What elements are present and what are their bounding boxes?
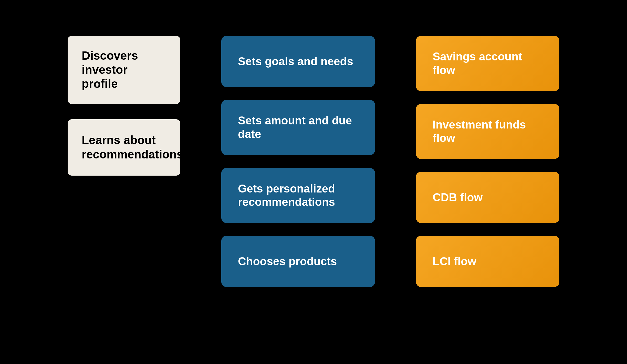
chooses-products-label: Chooses products bbox=[238, 255, 337, 268]
investment-funds-flow-card: Investment funds flow bbox=[416, 104, 559, 159]
left-column: Discovers investor profile Learns about … bbox=[68, 20, 180, 176]
lci-flow-label: LCI flow bbox=[433, 255, 476, 268]
savings-account-flow-card: Savings account flow bbox=[416, 36, 559, 91]
gets-recommendations-card: Gets personalized recommendations bbox=[221, 168, 375, 223]
cdb-flow-card: CDB flow bbox=[416, 172, 559, 223]
diagram-container: Discovers investor profile Learns about … bbox=[0, 0, 627, 364]
chooses-products-card: Chooses products bbox=[221, 236, 375, 287]
middle-column: Sets goals and needs Sets amount and due… bbox=[221, 20, 375, 287]
lci-flow-card: LCI flow bbox=[416, 236, 559, 287]
sets-goals-label: Sets goals and needs bbox=[238, 55, 353, 68]
discovers-investor-profile-label: Discovers investor profile bbox=[82, 49, 166, 91]
cdb-flow-label: CDB flow bbox=[433, 191, 483, 204]
gets-recommendations-label: Gets personalized recommendations bbox=[238, 182, 358, 209]
learns-about-recommendations-label: Learns about recommendations bbox=[82, 133, 183, 161]
sets-amount-card: Sets amount and due date bbox=[221, 100, 375, 155]
savings-account-flow-label: Savings account flow bbox=[433, 50, 543, 77]
right-column: Savings account flow Investment funds fl… bbox=[416, 20, 559, 287]
sets-goals-card: Sets goals and needs bbox=[221, 36, 375, 87]
sets-amount-label: Sets amount and due date bbox=[238, 114, 358, 141]
discovers-investor-profile-card: Discovers investor profile bbox=[68, 36, 180, 104]
investment-funds-flow-label: Investment funds flow bbox=[433, 118, 543, 145]
learns-about-recommendations-card: Learns about recommendations bbox=[68, 119, 180, 176]
